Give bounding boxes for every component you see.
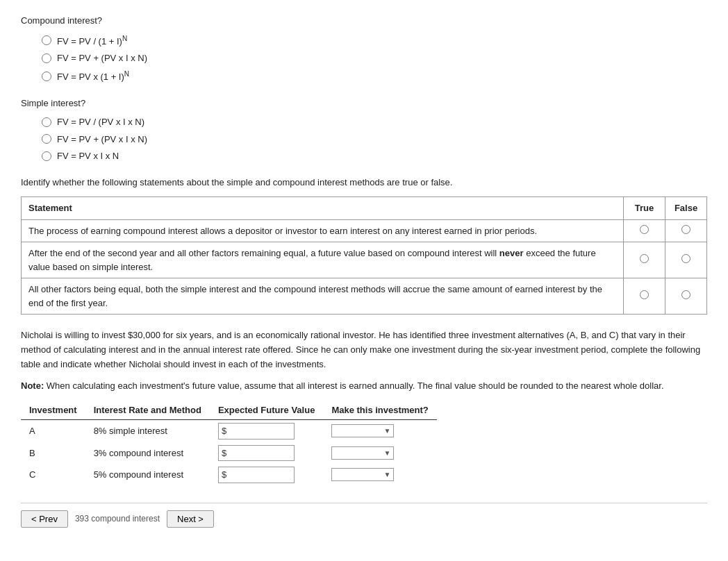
- simple-option-3[interactable]: FV = PV x I x N: [42, 149, 707, 163]
- inv-a-label: A: [21, 420, 85, 442]
- statement-1-true-cell[interactable]: [624, 219, 665, 242]
- statement-table: Statement True False The process of earn…: [21, 196, 707, 315]
- inv-row-b: B 3% compound interest $ Yes No: [21, 442, 437, 464]
- statement-2-false-cell[interactable]: [665, 242, 707, 278]
- nicholai-paragraph: Nicholai is willing to invest $30,000 fo…: [21, 328, 707, 371]
- compound-formula-2: FV = PV + (PV x I x N): [57, 51, 147, 65]
- inv-b-input-wrap[interactable]: $: [218, 445, 295, 462]
- inv-b-dropdown-cell: Yes No ▼: [323, 442, 436, 464]
- statement-2-true-cell[interactable]: [624, 242, 665, 278]
- note-label: Note:: [21, 380, 44, 391]
- inv-c-dropdown-cell: Yes No ▼: [323, 464, 436, 486]
- prev-button[interactable]: < Prev: [21, 510, 68, 528]
- compound-formula-3: FV = PV x (1 + I)N: [57, 69, 129, 84]
- statement-3-true-cell[interactable]: [624, 278, 665, 315]
- stmt2-true-radio[interactable]: [640, 254, 649, 263]
- statement-header: Statement: [22, 197, 624, 220]
- inv-c-dropdown[interactable]: Yes No: [335, 469, 390, 480]
- inv-a-dropdown-wrap[interactable]: Yes No ▼: [331, 424, 394, 437]
- simple-radio-1[interactable]: [42, 117, 51, 127]
- true-header: True: [624, 197, 665, 220]
- inv-c-label: C: [21, 464, 85, 486]
- compound-radio-1[interactable]: [42, 35, 51, 45]
- stmt1-false-radio[interactable]: [681, 225, 690, 234]
- compound-option-1[interactable]: FV = PV / (1 + I)N: [42, 33, 707, 49]
- inv-c-dropdown-wrap[interactable]: Yes No ▼: [331, 468, 394, 481]
- page-info: 393 compound interest: [75, 512, 160, 525]
- inv-row-c: C 5% compound interest $ Yes No: [21, 464, 437, 486]
- inv-a-input-wrap[interactable]: $: [218, 423, 295, 439]
- statement-text-3: All other factors being equal, both the …: [22, 278, 624, 315]
- inv-a-method: 8% simple interest: [85, 420, 210, 442]
- inv-b-method: 3% compound interest: [85, 442, 210, 464]
- inv-header-future-value: Expected Future Value: [210, 401, 323, 420]
- compound-interest-section: Compound interest? FV = PV / (1 + I)N FV…: [21, 14, 707, 84]
- stmt2-false-radio[interactable]: [681, 254, 690, 263]
- inv-b-dropdown-wrap[interactable]: Yes No ▼: [331, 446, 394, 460]
- compound-radio-3[interactable]: [42, 72, 51, 81]
- statement-text-1: The process of earning compound interest…: [22, 219, 624, 242]
- dollar-sign-b: $: [222, 446, 226, 460]
- simple-option-1[interactable]: FV = PV / (PV x I x N): [42, 115, 707, 129]
- note-paragraph: Note: When calculating each investment's…: [21, 379, 707, 394]
- note-text: When calculating each investment's futur…: [44, 380, 663, 391]
- statement-3-false-cell[interactable]: [665, 278, 707, 315]
- statement-text-2: After the end of the second year and all…: [22, 242, 624, 278]
- inv-b-dropdown[interactable]: Yes No: [335, 448, 390, 458]
- stmt3-true-radio[interactable]: [640, 290, 649, 299]
- stmt1-true-radio[interactable]: [640, 225, 649, 234]
- simple-formula-1: FV = PV / (PV x I x N): [57, 115, 144, 129]
- compound-question-label: Compound interest?: [21, 14, 707, 28]
- inv-header-method: Interest Rate and Method: [85, 401, 210, 420]
- simple-option-2[interactable]: FV = PV + (PV x I x N): [42, 133, 707, 146]
- inv-b-input[interactable]: [228, 448, 287, 458]
- simple-radio-3[interactable]: [42, 151, 51, 161]
- inv-row-a: A 8% simple interest $ Yes No: [21, 420, 437, 442]
- inv-a-input[interactable]: [228, 426, 287, 436]
- inv-header-make-investment: Make this investment?: [323, 401, 436, 420]
- bottom-bar: < Prev 393 compound interest Next >: [21, 503, 707, 528]
- compound-formula-1: FV = PV / (1 + I)N: [57, 33, 127, 49]
- never-bold: never: [499, 248, 524, 258]
- statement-row-2: After the end of the second year and all…: [22, 242, 707, 278]
- statement-row-1: The process of earning compound interest…: [22, 219, 707, 242]
- inv-c-value-cell: $: [210, 464, 323, 486]
- inv-a-dropdown[interactable]: Yes No: [335, 426, 390, 436]
- stmt3-false-radio[interactable]: [681, 290, 690, 299]
- inv-c-input[interactable]: [228, 469, 287, 480]
- compound-option-2[interactable]: FV = PV + (PV x I x N): [42, 51, 707, 65]
- nicholai-section: Nicholai is willing to invest $30,000 fo…: [21, 328, 707, 485]
- simple-formula-2: FV = PV + (PV x I x N): [57, 133, 147, 146]
- dollar-sign-a: $: [222, 424, 226, 438]
- simple-radio-2[interactable]: [42, 134, 51, 144]
- inv-b-label: B: [21, 442, 85, 464]
- inv-header-investment: Investment: [21, 401, 85, 420]
- inv-c-method: 5% compound interest: [85, 464, 210, 486]
- false-header: False: [665, 197, 707, 220]
- compound-radio-2[interactable]: [42, 53, 51, 63]
- simple-question-label: Simple interest?: [21, 97, 707, 110]
- inv-b-value-cell: $: [210, 442, 323, 464]
- identify-section: Identify whether the following statement…: [21, 176, 707, 315]
- simple-formula-3: FV = PV x I x N: [57, 149, 119, 163]
- statement-1-false-cell[interactable]: [665, 219, 707, 242]
- identify-label: Identify whether the following statement…: [21, 176, 707, 190]
- simple-interest-section: Simple interest? FV = PV / (PV x I x N) …: [21, 97, 707, 163]
- inv-a-dropdown-cell: Yes No ▼: [323, 420, 436, 442]
- investment-table: Investment Interest Rate and Method Expe…: [21, 401, 437, 486]
- inv-a-value-cell: $: [210, 420, 323, 442]
- inv-c-input-wrap[interactable]: $: [218, 467, 295, 483]
- compound-option-3[interactable]: FV = PV x (1 + I)N: [42, 69, 707, 84]
- dollar-sign-c: $: [222, 468, 226, 482]
- next-button[interactable]: Next >: [167, 510, 214, 528]
- statement-row-3: All other factors being equal, both the …: [22, 278, 707, 315]
